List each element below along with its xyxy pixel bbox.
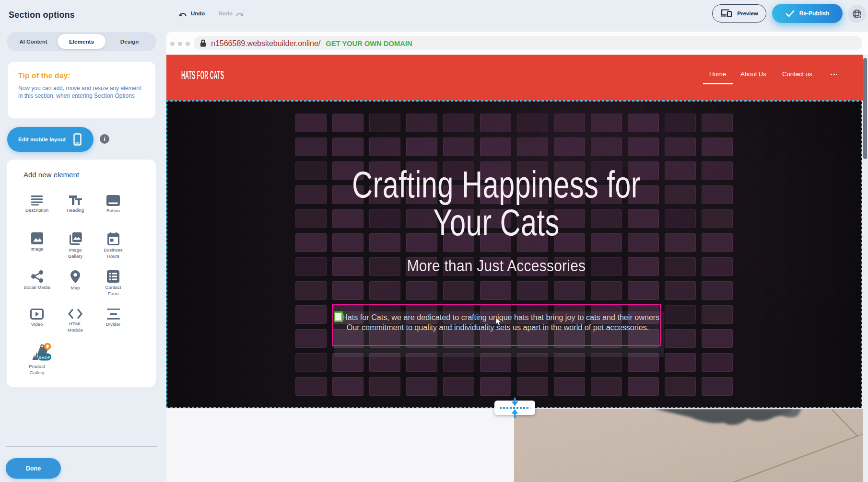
svg-text:SHOP: SHOP xyxy=(39,356,50,360)
